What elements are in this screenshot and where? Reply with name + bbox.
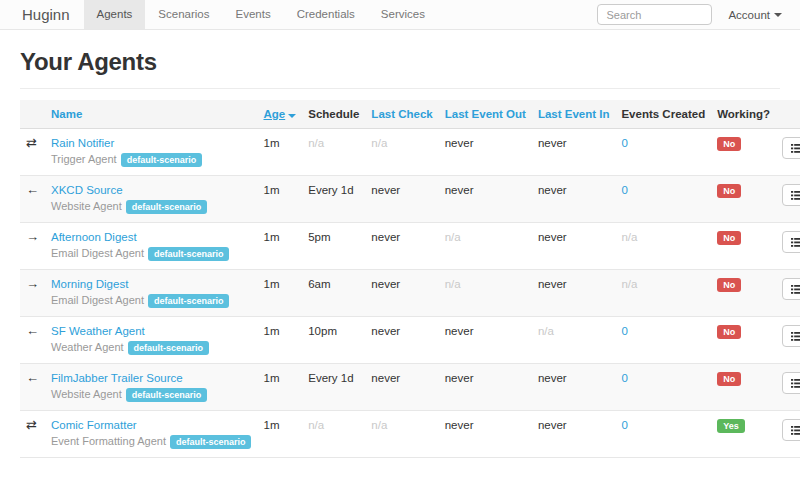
- agent-age-value: 1m: [263, 137, 279, 149]
- working-status-badge: No: [717, 137, 741, 151]
- nav-item-scenarios[interactable]: Scenarios: [145, 0, 222, 29]
- agent-type-label: Website Agent: [51, 388, 122, 400]
- column-header-working: Working?: [711, 100, 776, 129]
- scenario-badge[interactable]: default-scenario: [148, 247, 230, 261]
- agent-type-label: Trigger Agent: [51, 153, 117, 165]
- sort-by-last-event-out-link[interactable]: Last Event Out: [445, 108, 526, 120]
- agent-events-created-link[interactable]: 0: [621, 137, 627, 149]
- actions-button[interactable]: Actions: [782, 137, 800, 159]
- column-header-schedule: Schedule: [302, 100, 365, 129]
- agent-schedule-value: n/a: [308, 137, 324, 149]
- sort-by-name-link[interactable]: Name: [51, 108, 82, 120]
- sort-by-last-check-link[interactable]: Last Check: [371, 108, 432, 120]
- agent-age-value: 1m: [263, 278, 279, 290]
- column-header-actions: [776, 100, 800, 129]
- agent-last-check-value: never: [371, 372, 400, 384]
- sort-caret-icon: [288, 114, 296, 118]
- agent-name-link[interactable]: SF Weather Agent: [51, 325, 145, 337]
- agent-flow-icon: →: [26, 276, 39, 291]
- scenario-badge[interactable]: default-scenario: [126, 200, 208, 214]
- nav-item-services[interactable]: Services: [368, 0, 438, 29]
- search-input[interactable]: [597, 4, 712, 25]
- working-status-badge: No: [717, 231, 741, 245]
- agent-name-link[interactable]: Rain Notifier: [51, 137, 114, 149]
- nav-item-credentials[interactable]: Credentials: [284, 0, 368, 29]
- agent-row: ← XKCD Source Website Agentdefault-scena…: [20, 176, 800, 223]
- agent-last-event-in-value: never: [538, 184, 567, 196]
- account-dropdown[interactable]: Account: [712, 9, 800, 21]
- agent-name-link[interactable]: Afternoon Digest: [51, 231, 137, 243]
- agent-age-value: 1m: [263, 372, 279, 384]
- agent-row: ⇄ Rain Notifier Trigger Agentdefault-sce…: [20, 129, 800, 176]
- agent-flow-icon: ←: [26, 370, 39, 385]
- agent-last-check-value: never: [371, 278, 400, 290]
- agent-last-event-out-value: n/a: [445, 231, 461, 243]
- agent-last-event-out-value: never: [445, 419, 474, 431]
- agent-last-check-value: never: [371, 231, 400, 243]
- actions-button[interactable]: Actions: [782, 419, 800, 441]
- column-header-last-event-in: Last Event In: [532, 100, 616, 129]
- agent-events-created-link: n/a: [621, 278, 637, 290]
- actions-button[interactable]: Actions: [782, 231, 800, 253]
- nav-item-agents[interactable]: Agents: [84, 0, 146, 29]
- column-header-events-created: Events Created: [615, 100, 711, 129]
- actions-button[interactable]: Actions: [782, 278, 800, 300]
- agent-row: → Afternoon Digest Email Digest Agentdef…: [20, 223, 800, 270]
- agent-flow-icon: ⇄: [26, 417, 37, 432]
- column-header-last-check: Last Check: [365, 100, 438, 129]
- agent-last-check-value: never: [371, 325, 400, 337]
- top-navbar: Huginn Agents Scenarios Events Credentia…: [0, 0, 800, 30]
- actions-button[interactable]: Actions: [782, 184, 800, 206]
- sort-by-last-event-in-link[interactable]: Last Event In: [538, 108, 610, 120]
- chevron-down-icon: [774, 13, 782, 17]
- agent-events-created-link[interactable]: 0: [621, 419, 627, 431]
- agent-flow-icon: ←: [26, 323, 39, 338]
- scenario-badge[interactable]: default-scenario: [148, 294, 230, 308]
- agent-last-check-value: n/a: [371, 137, 387, 149]
- agent-last-event-in-value: never: [538, 278, 567, 290]
- actions-button[interactable]: Actions: [782, 325, 800, 347]
- agent-name-link[interactable]: FilmJabber Trailer Source: [51, 372, 183, 384]
- brand-link[interactable]: Huginn: [0, 0, 84, 29]
- agent-age-value: 1m: [263, 231, 279, 243]
- agent-last-event-in-value: never: [538, 419, 567, 431]
- agent-flow-icon: →: [26, 229, 39, 244]
- agent-last-event-out-value: never: [445, 184, 474, 196]
- column-header-flow: [20, 100, 45, 129]
- agent-type-label: Weather Agent: [51, 341, 124, 353]
- working-status-badge: No: [717, 184, 741, 198]
- agent-events-created-link[interactable]: 0: [621, 325, 627, 337]
- agent-row: ⇄ Comic Formatter Event Formatting Agent…: [20, 411, 800, 458]
- agent-events-created-link[interactable]: 0: [621, 372, 627, 384]
- agent-name-link[interactable]: XKCD Source: [51, 184, 123, 196]
- agent-schedule-value: Every 1d: [308, 184, 353, 196]
- agent-name-link[interactable]: Morning Digest: [51, 278, 128, 290]
- page-header: Your Agents: [20, 48, 780, 89]
- agent-last-event-out-value: never: [445, 137, 474, 149]
- actions-button[interactable]: Actions: [782, 372, 800, 394]
- agent-last-event-in-value: n/a: [538, 325, 554, 337]
- scenario-badge[interactable]: default-scenario: [170, 435, 252, 449]
- scenario-badge[interactable]: default-scenario: [128, 341, 210, 355]
- agent-last-event-in-value: never: [538, 137, 567, 149]
- agent-name-link[interactable]: Comic Formatter: [51, 419, 137, 431]
- sort-by-age-link[interactable]: Age: [263, 108, 285, 120]
- agent-last-event-out-value: never: [445, 325, 474, 337]
- agent-schedule-value: n/a: [308, 419, 324, 431]
- agent-type-label: Email Digest Agent: [51, 247, 144, 259]
- agent-last-event-out-value: never: [445, 372, 474, 384]
- scenario-badge[interactable]: default-scenario: [121, 153, 203, 167]
- column-header-name: Name: [45, 100, 257, 129]
- working-status-badge: No: [717, 372, 741, 386]
- agent-events-created-link[interactable]: 0: [621, 184, 627, 196]
- agent-type-label: Event Formatting Agent: [51, 435, 166, 447]
- list-icon: [791, 426, 800, 435]
- scenario-badge[interactable]: default-scenario: [126, 388, 208, 402]
- agents-table: Name Age Schedule Last Check Last Event …: [20, 100, 800, 458]
- working-status-badge: Yes: [717, 419, 745, 433]
- table-header-row: Name Age Schedule Last Check Last Event …: [20, 100, 800, 129]
- working-status-badge: No: [717, 325, 741, 339]
- agent-last-event-out-value: n/a: [445, 278, 461, 290]
- nav-item-events[interactable]: Events: [223, 0, 284, 29]
- list-icon: [791, 379, 800, 388]
